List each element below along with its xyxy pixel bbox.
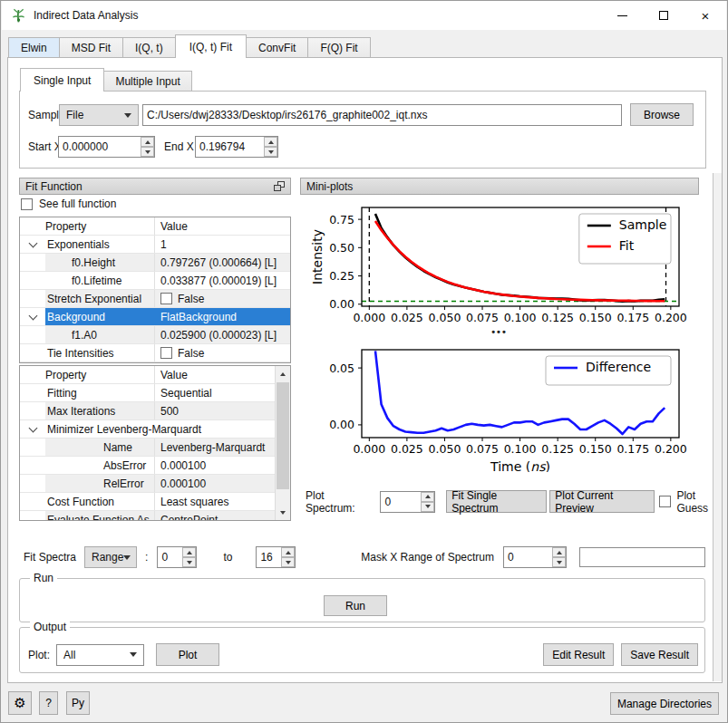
mini-plots-header: Mini-plots xyxy=(300,178,699,195)
run-button[interactable]: Run xyxy=(324,595,387,616)
mask-spectrum-spinbox[interactable]: 0 xyxy=(503,546,567,568)
spin-down-icon[interactable] xyxy=(141,147,154,157)
table-row[interactable]: f0.Lifetime 0.033877 (0.000019) [L] xyxy=(20,272,290,290)
fit-single-spectrum-button[interactable]: Fit Single Spectrum xyxy=(446,490,547,513)
table-row[interactable]: Max Iterations 500 xyxy=(20,402,275,420)
table-row-selected[interactable]: Background FlatBackground xyxy=(20,308,290,326)
python-export-button[interactable]: Py xyxy=(66,691,90,715)
svg-text:0.025: 0.025 xyxy=(391,311,423,324)
tab-iqt-fit[interactable]: I(Q, t) Fit xyxy=(175,34,247,58)
svg-text:0.200: 0.200 xyxy=(655,311,687,324)
table-row[interactable]: AbsError 0.000100 xyxy=(20,457,275,475)
run-group-label: Run xyxy=(30,572,57,584)
output-plot-label: Plot: xyxy=(28,649,50,661)
tab-convfit[interactable]: ConvFit xyxy=(247,37,308,58)
plot-spectrum-label: Plot Spectrum: xyxy=(306,489,373,515)
fit-function-title: Fit Function xyxy=(25,180,83,193)
end-x-spinbox[interactable]: 0.196794 xyxy=(195,136,278,158)
tab-single-input[interactable]: Single Input xyxy=(20,68,104,92)
table-row[interactable]: f0.Height 0.797267 (0.000664) [L] xyxy=(20,254,290,272)
scroll-down-icon[interactable] xyxy=(276,505,290,520)
browse-button[interactable]: Browse xyxy=(630,103,694,126)
spin-down-icon[interactable] xyxy=(421,502,434,512)
chevron-expanded-icon[interactable] xyxy=(28,238,37,247)
table-row[interactable]: Tie Intensities False xyxy=(20,344,290,362)
chevron-expanded-icon[interactable] xyxy=(28,423,37,432)
value-checkbox[interactable] xyxy=(160,293,172,304)
svg-text:0.75: 0.75 xyxy=(329,213,354,227)
float-dock-icon[interactable] xyxy=(274,181,285,191)
table-row[interactable]: Exponentials 1 xyxy=(20,236,290,254)
see-full-function-checkbox[interactable] xyxy=(21,198,33,210)
main-tab-bar: Elwin MSD Fit I(Q, t) I(Q, t) Fit ConvFi… xyxy=(8,34,371,58)
mini-plots-title: Mini-plots xyxy=(306,180,353,193)
help-button[interactable]: ? xyxy=(39,691,58,715)
svg-text:0.175: 0.175 xyxy=(616,311,649,324)
spin-up-icon[interactable] xyxy=(421,492,434,502)
tab-msd-fit[interactable]: MSD Fit xyxy=(60,37,123,58)
table-row[interactable]: f1.A0 0.025900 (0.000023) [L] xyxy=(20,326,290,344)
close-button[interactable]: × xyxy=(684,1,726,30)
spin-down-icon[interactable] xyxy=(281,557,295,567)
manage-directories-button[interactable]: Manage Directories xyxy=(610,692,719,715)
table-scrollbar[interactable] xyxy=(275,366,290,520)
mask-spectrum-value: 0 xyxy=(504,547,552,567)
spin-up-icon[interactable] xyxy=(141,137,154,147)
plot-current-preview-button[interactable]: Plot Current Preview xyxy=(549,490,655,513)
output-plot-combo[interactable]: All xyxy=(56,644,144,666)
plot-spectrum-row: Plot Spectrum: 0 Fit Single Spectrum Plo… xyxy=(306,490,727,513)
table-row[interactable]: Evaluate Function As CentrePoint xyxy=(20,511,275,520)
spin-up-icon[interactable] xyxy=(182,547,196,557)
fit-spectra-mode-combo[interactable]: Range xyxy=(84,546,137,568)
sample-path-value: C:/Users/dwj28333/Desktop/irs26176_graph… xyxy=(147,109,428,121)
save-result-button[interactable]: Save Result xyxy=(621,643,698,666)
mask-range-input[interactable] xyxy=(579,547,705,567)
scroll-up-icon[interactable] xyxy=(276,366,290,381)
table-row[interactable]: Name Levenberg-Marquardt xyxy=(20,439,275,457)
edit-result-button[interactable]: Edit Result xyxy=(543,643,614,666)
tab-fq-fit[interactable]: F(Q) Fit xyxy=(308,37,370,58)
tab-elwin[interactable]: Elwin xyxy=(8,37,60,58)
table-row[interactable]: Minimizer Levenberg-Marquardt xyxy=(20,420,275,439)
plot-splitter-handle[interactable]: ••• xyxy=(300,326,699,337)
spin-up-icon[interactable] xyxy=(264,137,277,147)
value-checkbox[interactable] xyxy=(160,347,172,359)
tab-multiple-input[interactable]: Multiple Input xyxy=(104,71,191,92)
gear-icon: ⚙ xyxy=(14,695,25,711)
plot-button[interactable]: Plot xyxy=(156,643,219,666)
svg-text:0.075: 0.075 xyxy=(466,311,499,324)
fit-preview-plot[interactable]: 0.0000.0250.0500.0750.1000.1250.1500.175… xyxy=(306,201,699,324)
spectra-from-spinbox[interactable]: 0 xyxy=(157,546,197,568)
mask-x-range-label: Mask X Range of Spectrum xyxy=(361,551,494,564)
svg-text:Fit: Fit xyxy=(619,238,635,253)
maximize-button[interactable] xyxy=(643,1,684,30)
table-row[interactable]: Stretch Exponential False xyxy=(20,290,290,308)
spin-down-icon[interactable] xyxy=(264,147,277,157)
spectra-to-spinbox[interactable]: 16 xyxy=(256,546,296,568)
tab-iqt[interactable]: I(Q, t) xyxy=(123,37,176,58)
difference-plot[interactable]: 0.0000.0250.0500.0750.1000.1250.1500.175… xyxy=(306,342,699,472)
sample-type-value: File xyxy=(66,109,83,121)
vertical-scrollbar[interactable] xyxy=(713,173,722,681)
fit-spectra-mode-value: Range xyxy=(92,551,123,564)
svg-text:0.125: 0.125 xyxy=(541,311,574,324)
fit-function-header: Fit Function xyxy=(19,178,291,195)
settings-button[interactable]: ⚙ xyxy=(8,691,32,715)
plot-guess-checkbox[interactable] xyxy=(659,496,671,507)
minimize-button[interactable] xyxy=(601,1,643,30)
start-x-spinbox[interactable]: 0.000000 xyxy=(58,136,155,158)
table-row[interactable]: Cost Function Least squares xyxy=(20,493,275,511)
table-row[interactable]: RelError 0.000100 xyxy=(20,475,275,493)
sample-type-combo[interactable]: File xyxy=(59,104,139,126)
spin-up-icon[interactable] xyxy=(281,547,295,557)
chevron-expanded-icon[interactable] xyxy=(28,311,37,320)
spin-up-icon[interactable] xyxy=(552,547,566,557)
plot-spectrum-spinbox[interactable]: 0 xyxy=(380,491,435,513)
svg-text:0.000: 0.000 xyxy=(353,442,385,456)
table-row[interactable]: Fitting Sequential xyxy=(20,384,275,402)
spin-down-icon[interactable] xyxy=(182,557,196,567)
spin-down-icon[interactable] xyxy=(552,557,566,567)
fit-spectra-label: Fit Spectra xyxy=(24,551,76,564)
sample-path-input[interactable]: C:/Users/dwj28333/Desktop/irs26176_graph… xyxy=(142,104,622,126)
scrollbar-thumb[interactable] xyxy=(277,382,289,489)
